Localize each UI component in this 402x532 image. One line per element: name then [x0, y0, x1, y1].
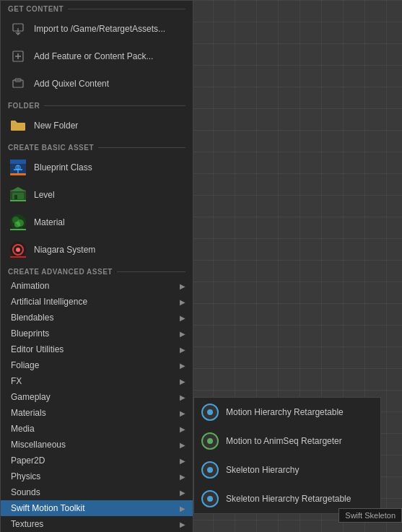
- gameplay-arrow: ▶: [180, 393, 185, 401]
- adv-item-fx[interactable]: FX ▶: [1, 373, 193, 389]
- skeleton-hierarchy-retargetable-label: Skeleton Hierarchy Retargetable: [226, 494, 351, 504]
- niagara-system-label: Niagara System: [34, 245, 185, 255]
- sounds-arrow: ▶: [180, 489, 185, 497]
- fx-arrow: ▶: [180, 378, 185, 385]
- swift-motion-toolkit-label: Swift Motion Toolkit: [11, 503, 175, 513]
- blendables-arrow: ▶: [180, 314, 185, 322]
- motion-hierarchy-retargetable-label: Motion Hierarchy Retargetable: [226, 407, 344, 417]
- editor-utilities-label: Editor Utilities: [11, 344, 175, 354]
- new-folder-label: New Folder: [34, 121, 185, 131]
- editor-utilities-arrow: ▶: [180, 346, 185, 354]
- add-feature-label: Add Feature or Content Pack...: [34, 51, 185, 61]
- add-feature-icon: [8, 46, 28, 66]
- swift-motion-toolkit-arrow: ▶: [180, 505, 185, 513]
- adv-item-blueprints[interactable]: Blueprints ▶: [1, 326, 193, 341]
- submenu-item-motion-to-animseq-retargeter[interactable]: Motion to AnimSeq Retargeter: [194, 427, 380, 455]
- svg-marker-15: [10, 187, 26, 191]
- adv-item-animation[interactable]: Animation ▶: [1, 278, 193, 294]
- submenu-item-skeleton-hierarchy[interactable]: Skeleton Hierarchy: [194, 455, 380, 484]
- menu-item-add-quixel[interactable]: Add Quixel Content: [1, 70, 193, 97]
- gameplay-label: Gameplay: [11, 392, 175, 402]
- submenu-item-motion-hierarchy-retargetable[interactable]: Motion Hierarchy Retargetable: [194, 398, 380, 427]
- svg-rect-23: [10, 229, 26, 230]
- adv-item-materials[interactable]: Materials ▶: [1, 405, 193, 421]
- adv-item-physics[interactable]: Physics ▶: [1, 468, 193, 484]
- menu-item-blueprint-class[interactable]: Blueprint Class: [1, 154, 193, 181]
- foliage-arrow: ▶: [180, 362, 185, 370]
- section-create-basic-asset: CREATE BASIC ASSET: [1, 139, 193, 154]
- skeleton-hierarchy-icon: [201, 461, 219, 479]
- ai-arrow: ▶: [180, 298, 185, 306]
- adv-item-sounds[interactable]: Sounds ▶: [1, 484, 193, 500]
- miscellaneous-label: Miscellaneous: [11, 440, 175, 450]
- adv-item-gameplay[interactable]: Gameplay ▶: [1, 389, 193, 405]
- section-create-advanced-asset: CREATE ADVANCED ASSET: [1, 263, 193, 278]
- blueprint-class-label: Blueprint Class: [34, 162, 185, 173]
- material-icon: [8, 212, 28, 232]
- add-quixel-icon: [8, 74, 28, 94]
- folder-icon: [8, 115, 28, 136]
- adv-item-media[interactable]: Media ▶: [1, 421, 193, 437]
- blendables-label: Blendables: [11, 313, 175, 323]
- adv-item-blendables[interactable]: Blendables ▶: [1, 310, 193, 326]
- skeleton-hierarchy-label: Skeleton Hierarchy: [226, 465, 299, 475]
- section-get-content: GET CONTENT: [1, 1, 193, 15]
- textures-label: Textures: [11, 519, 175, 529]
- paper2d-label: Paper2D: [11, 455, 175, 466]
- section-folder: FOLDER: [1, 97, 193, 112]
- media-arrow: ▶: [180, 425, 185, 433]
- skeleton-hierarchy-retargetable-icon: [201, 490, 219, 507]
- menu-item-import[interactable]: Import to /Game/RetargetAssets...: [1, 15, 193, 43]
- menu-item-niagara-system[interactable]: Niagara System: [1, 236, 193, 263]
- paper2d-arrow: ▶: [180, 457, 185, 465]
- sounds-label: Sounds: [11, 487, 175, 497]
- materials-label: Materials: [11, 408, 175, 418]
- adv-item-editor-utilities[interactable]: Editor Utilities ▶: [1, 341, 193, 357]
- blueprints-arrow: ▶: [180, 330, 185, 338]
- level-label: Level: [34, 190, 185, 200]
- add-quixel-label: Add Quixel Content: [34, 79, 185, 89]
- foliage-label: Foliage: [11, 360, 175, 370]
- menu-item-new-folder[interactable]: New Folder: [1, 112, 193, 139]
- miscellaneous-arrow: ▶: [180, 441, 185, 449]
- menu-item-level[interactable]: Level: [1, 181, 193, 209]
- svg-rect-16: [12, 193, 24, 199]
- animation-label: Animation: [11, 281, 175, 291]
- svg-rect-17: [14, 195, 17, 199]
- physics-arrow: ▶: [180, 473, 185, 481]
- import-label: Import to /Game/RetargetAssets...: [34, 24, 185, 34]
- textures-arrow: ▶: [180, 520, 185, 528]
- adv-item-foliage[interactable]: Foliage ▶: [1, 357, 193, 373]
- swift-skeleton-tooltip: Swift Skeleton: [338, 508, 402, 523]
- context-menu: GET CONTENT Import to /Game/RetargetAsse…: [0, 0, 193, 532]
- motion-to-animseq-retargeter-icon: [201, 432, 219, 450]
- adv-item-miscellaneous[interactable]: Miscellaneous ▶: [1, 437, 193, 453]
- svg-rect-9: [10, 160, 26, 164]
- adv-item-paper2d[interactable]: Paper2D ▶: [1, 453, 193, 468]
- ai-label: Artificial Intelligence: [11, 297, 175, 307]
- svg-rect-18: [10, 200, 26, 201]
- menu-item-add-feature[interactable]: Add Feature or Content Pack...: [1, 43, 193, 70]
- animation-arrow: ▶: [180, 282, 185, 290]
- level-icon: [8, 185, 28, 205]
- adv-item-textures[interactable]: Textures ▶: [1, 516, 193, 532]
- fx-label: FX: [11, 376, 175, 386]
- niagara-icon: [8, 240, 28, 260]
- svg-rect-27: [10, 256, 26, 258]
- blueprints-label: Blueprints: [11, 328, 175, 339]
- material-label: Material: [34, 217, 185, 227]
- media-label: Media: [11, 424, 175, 434]
- motion-hierarchy-retargetable-icon: [201, 404, 219, 421]
- adv-item-artificial-intelligence[interactable]: Artificial Intelligence ▶: [1, 294, 193, 310]
- adv-item-swift-motion-toolkit[interactable]: Swift Motion Toolkit ▶: [1, 500, 193, 516]
- import-icon: [8, 19, 28, 39]
- svg-point-26: [16, 248, 20, 252]
- svg-rect-13: [10, 173, 26, 175]
- motion-to-animseq-retargeter-label: Motion to AnimSeq Retargeter: [226, 436, 342, 446]
- swift-motion-submenu: Motion Hierarchy Retargetable Motion to …: [193, 397, 381, 514]
- physics-label: Physics: [11, 471, 175, 481]
- materials-arrow: ▶: [180, 409, 185, 417]
- menu-item-material[interactable]: Material: [1, 209, 193, 236]
- svg-point-22: [14, 222, 20, 227]
- blueprint-icon: [8, 157, 28, 178]
